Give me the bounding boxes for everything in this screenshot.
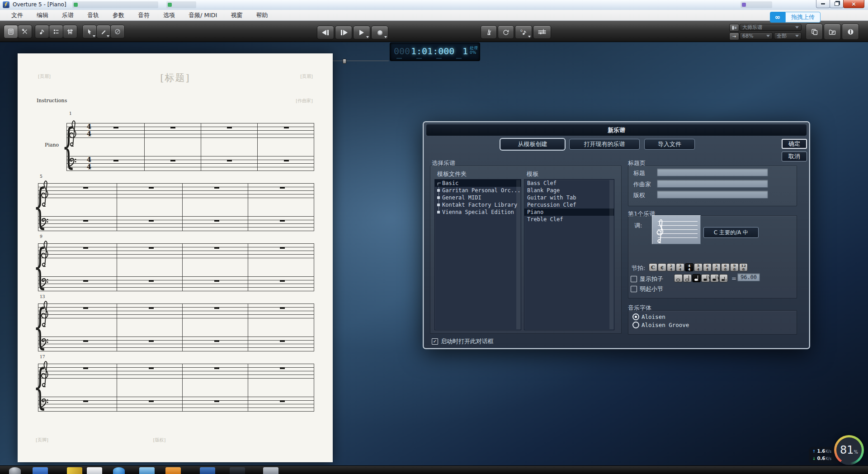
treble-staff[interactable] — [38, 303, 314, 318]
play-button[interactable] — [353, 26, 370, 39]
ok-button[interactable]: 确定 — [782, 139, 807, 149]
battery-gauge[interactable]: 81 % — [834, 435, 864, 465]
tempo-field[interactable] — [737, 273, 760, 281]
note-quarter-button[interactable] — [692, 274, 701, 282]
loop-button[interactable] — [498, 25, 514, 39]
close-button[interactable] — [843, 0, 864, 8]
treble-staff[interactable] — [38, 364, 314, 379]
bass-staff[interactable] — [38, 216, 314, 231]
staff-settings-button[interactable] — [533, 25, 551, 39]
tree-node-icon[interactable] — [437, 211, 440, 213]
record-button[interactable] — [371, 26, 388, 39]
note-sixteenth-button[interactable] — [710, 274, 719, 282]
pencil-button[interactable] — [96, 25, 111, 38]
menu-track[interactable]: 音轨 — [80, 11, 106, 19]
select-arrow-button[interactable] — [82, 25, 97, 38]
score-view-toggle-button[interactable] — [729, 24, 739, 32]
timesig-6-8-button[interactable]: 68 — [721, 263, 730, 271]
staff-system[interactable]: 9 — [18, 234, 333, 298]
timesig-cut-button[interactable]: ¢ — [658, 263, 666, 271]
menu-help[interactable]: 帮助 — [249, 11, 274, 19]
composer-placeholder[interactable]: [作曲家] — [296, 98, 313, 104]
timesig-6-4-button[interactable]: 64 — [703, 263, 712, 271]
taskbar-icon[interactable] — [165, 467, 181, 474]
cloud-upload-widget[interactable]: 拖拽上传 — [770, 12, 821, 23]
track-list-button[interactable] — [49, 25, 63, 38]
taskbar-icon[interactable] — [139, 467, 155, 474]
menu-audio-midi[interactable]: 音频/ MIDI — [182, 11, 224, 19]
metronome-button[interactable] — [481, 25, 497, 39]
taskbar-icon[interactable] — [67, 467, 82, 474]
tools-button[interactable] — [18, 25, 32, 38]
list-item[interactable]: Bass Clef — [524, 180, 614, 187]
template-list[interactable]: Bass Clef Blank Page Guitar with Tab Per… — [524, 179, 614, 330]
list-item[interactable]: General MIDI — [435, 194, 521, 201]
note-eighth-button[interactable] — [701, 274, 710, 282]
tree-node-icon[interactable] — [437, 204, 440, 206]
filter-dropdown[interactable]: 全部 — [774, 33, 802, 39]
taskbar-icon[interactable] — [230, 467, 245, 474]
timesig-9-8-button[interactable]: 98 — [730, 263, 739, 271]
menu-window[interactable]: 视窗 — [224, 11, 249, 19]
list-item[interactable]: Garritan Personal Orc... — [435, 187, 521, 194]
page-view-button[interactable] — [4, 25, 18, 38]
staff-system[interactable]: 1 44 44 — [18, 111, 333, 175]
taskbar-icon[interactable] — [113, 467, 125, 474]
start-orb-icon[interactable] — [9, 467, 21, 474]
list-item[interactable]: Kontakt Factory Library — [435, 201, 521, 209]
rewind-button[interactable] — [317, 26, 334, 39]
timesig-5-4-button[interactable]: 54 — [694, 263, 703, 271]
taskbar-icon[interactable] — [87, 467, 102, 474]
step-forward-button[interactable] — [335, 26, 352, 39]
restore-button[interactable] — [830, 0, 844, 8]
minimize-button[interactable] — [816, 0, 830, 8]
timesig-common-button[interactable]: C — [649, 263, 657, 271]
timesig-4-4-button[interactable]: 44 — [685, 263, 693, 271]
taskbar-icon[interactable] — [33, 467, 48, 474]
tree-node-icon[interactable] — [437, 196, 440, 199]
staff-system[interactable]: 17 — [18, 355, 333, 418]
timesig-3-8-button[interactable]: 38 — [712, 263, 721, 271]
list-item[interactable]: Percussion Clef — [524, 201, 614, 209]
cancel-button[interactable]: 取消 — [782, 152, 807, 161]
menu-params[interactable]: 参数 — [106, 11, 131, 19]
tab-open-existing[interactable]: 打开现有的乐谱 — [569, 139, 640, 150]
pickup-measure-checkbox[interactable]: 弱起小节 — [631, 285, 663, 293]
note-whole-button[interactable] — [674, 274, 683, 282]
template-folder-list[interactable]: Basic Garritan Personal Orc... General M… — [434, 179, 521, 330]
eraser-button[interactable] — [110, 25, 125, 38]
list-item[interactable]: Piano — [524, 209, 614, 216]
bass-staff[interactable] — [38, 397, 314, 412]
instructions-text[interactable]: Instructions — [37, 98, 67, 104]
dialog-title[interactable]: 新乐谱 — [426, 124, 807, 136]
radio-aloisen-groove[interactable]: Aloisen Groove — [632, 322, 689, 328]
title-field[interactable] — [657, 168, 768, 176]
taskbar-icon[interactable] — [200, 467, 215, 474]
list-item[interactable]: Vienna Special Edition — [435, 209, 521, 216]
staff-system[interactable]: 13 — [18, 294, 333, 358]
show-beat-checkbox[interactable]: 显示拍子 — [631, 275, 663, 283]
taskbar-icon[interactable] — [263, 467, 278, 474]
list-item[interactable]: Guitar with Tab — [524, 194, 614, 201]
menu-edit[interactable]: 编辑 — [30, 11, 55, 19]
treble-staff[interactable] — [38, 243, 314, 258]
menu-score[interactable]: 乐谱 — [55, 11, 80, 19]
copy-parts-button[interactable] — [806, 24, 823, 40]
copyright-field[interactable] — [657, 190, 768, 199]
bass-staff[interactable] — [66, 156, 314, 171]
open-at-startup-checkbox[interactable]: 启动时打开此对话框 — [432, 337, 494, 346]
tab-create-from-template[interactable]: 从模板创建 — [500, 139, 565, 150]
timesig-2-4-button[interactable]: 24 — [667, 263, 675, 271]
treble-staff[interactable] — [38, 183, 314, 198]
staff-system[interactable]: 5 — [18, 174, 333, 237]
note-half-button[interactable] — [683, 274, 692, 282]
list-item[interactable]: Blank Page — [524, 187, 614, 194]
menu-file[interactable]: 文件 — [5, 11, 30, 19]
tab-import-file[interactable]: 导入文件 — [644, 139, 695, 150]
title-placeholder[interactable]: [标题] — [18, 71, 333, 84]
menu-options[interactable]: 选项 — [156, 11, 182, 19]
info-button[interactable] — [842, 24, 859, 40]
timesig-12-8-button[interactable]: 128 — [739, 263, 748, 271]
tree-node-icon[interactable] — [437, 189, 440, 192]
menu-notes[interactable]: 音符 — [131, 11, 156, 19]
